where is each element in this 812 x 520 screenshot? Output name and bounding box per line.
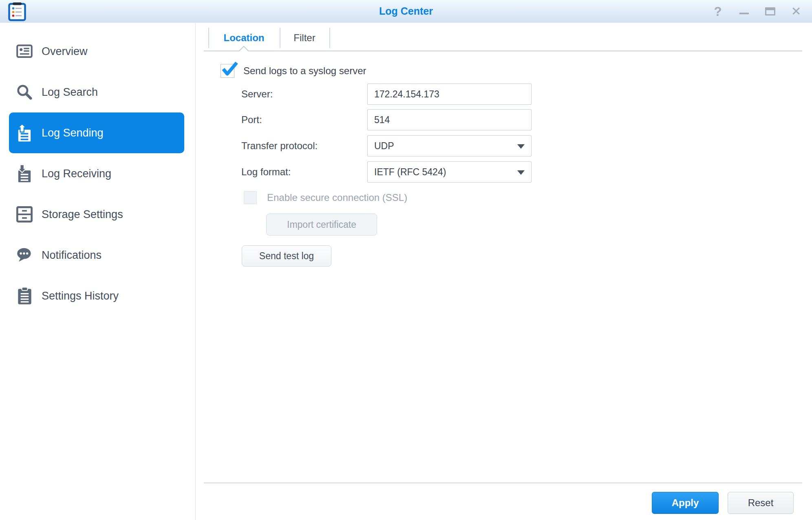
sidebar: Overview Log Search Log S: [0, 23, 196, 520]
search-icon: [15, 82, 33, 102]
tab-separator: [329, 28, 330, 48]
sidebar-item-label: Log Search: [42, 86, 98, 99]
sidebar-item-label: Storage Settings: [42, 208, 123, 221]
apply-button[interactable]: Apply: [652, 492, 719, 514]
maximize-icon: [765, 7, 775, 15]
sidebar-item-settings-history[interactable]: Settings History: [9, 275, 184, 316]
transfer-protocol-label: Transfer protocol:: [241, 135, 318, 156]
syslog-checkbox-label: Send logs to a syslog server: [243, 64, 366, 78]
window-title: Log Center: [0, 0, 812, 23]
help-button[interactable]: ?: [711, 3, 725, 20]
checkmark-icon: [220, 59, 238, 76]
log-format-value: IETF (RFC 5424): [374, 167, 446, 177]
reset-button[interactable]: Reset: [728, 492, 794, 514]
transfer-protocol-select[interactable]: UDP: [367, 135, 532, 156]
port-label: Port:: [241, 109, 262, 130]
window-controls: ? ✕: [711, 0, 803, 23]
ssl-checkbox: [244, 191, 257, 204]
minimize-icon: [739, 13, 749, 14]
import-certificate-button: Import certificate: [266, 214, 377, 236]
close-button[interactable]: ✕: [789, 3, 803, 20]
help-icon: ?: [714, 5, 722, 18]
sidebar-item-label: Log Sending: [42, 127, 104, 139]
caret-down-icon: [517, 144, 525, 149]
log-center-window: Log Center ? ✕: [0, 0, 812, 520]
minimize-button[interactable]: [737, 3, 751, 20]
close-icon: ✕: [791, 5, 801, 18]
log-format-select[interactable]: IETF (RFC 5424): [367, 161, 532, 183]
sidebar-item-log-search[interactable]: Log Search: [9, 72, 184, 112]
maximize-button[interactable]: [763, 3, 777, 20]
server-input[interactable]: [367, 84, 532, 105]
speech-bubble-icon: [15, 245, 33, 265]
sidebar-item-label: Settings History: [42, 290, 119, 302]
caret-down-icon: [517, 170, 525, 175]
sidebar-item-label: Overview: [42, 45, 88, 58]
tab-underline: [204, 51, 802, 51]
ssl-checkbox-label: Enable secure connection (SSL): [267, 191, 407, 204]
id-card-icon: [15, 42, 33, 61]
tab-filter[interactable]: Filter: [280, 26, 329, 50]
sidebar-item-label: Notifications: [42, 249, 102, 262]
sidebar-item-label: Log Receiving: [42, 167, 111, 180]
log-send-icon: [15, 123, 33, 143]
port-input[interactable]: [367, 109, 532, 130]
sidebar-item-overview[interactable]: Overview: [9, 31, 184, 72]
syslog-server-checkbox[interactable]: [221, 64, 234, 78]
title-bar: Log Center ? ✕: [0, 0, 812, 23]
log-format-label: Log format:: [241, 161, 291, 183]
footer-divider: [204, 483, 802, 483]
transfer-protocol-value: UDP: [374, 141, 394, 151]
clipboard-icon: [15, 286, 33, 306]
send-test-log-button[interactable]: Send test log: [242, 245, 331, 267]
log-receive-icon: [15, 164, 33, 183]
sidebar-item-storage-settings[interactable]: Storage Settings: [9, 194, 184, 235]
storage-drawer-icon: [15, 205, 33, 224]
server-label: Server:: [241, 84, 273, 105]
sidebar-item-log-sending[interactable]: Log Sending: [9, 112, 184, 153]
sidebar-item-notifications[interactable]: Notifications: [9, 235, 184, 275]
sidebar-item-log-receiving[interactable]: Log Receiving: [9, 153, 184, 194]
